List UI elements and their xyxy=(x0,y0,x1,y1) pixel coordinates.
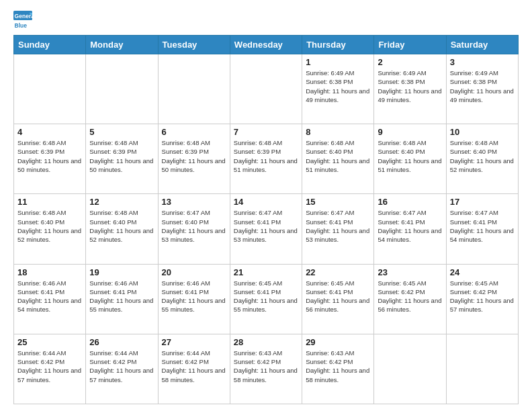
calendar-cell: 3Sunrise: 6:49 AM Sunset: 6:38 PM Daylig… xyxy=(446,54,518,124)
weekday-header-saturday: Saturday xyxy=(446,36,518,54)
day-info: Sunrise: 6:46 AM Sunset: 6:41 PM Dayligh… xyxy=(162,279,226,314)
day-number: 5 xyxy=(89,127,154,137)
day-number: 26 xyxy=(89,337,154,347)
header: General Blue xyxy=(13,11,519,30)
calendar-cell: 15Sunrise: 6:47 AM Sunset: 6:41 PM Dayli… xyxy=(302,194,374,264)
calendar-cell: 20Sunrise: 6:46 AM Sunset: 6:41 PM Dayli… xyxy=(158,264,230,334)
day-info: Sunrise: 6:49 AM Sunset: 6:38 PM Dayligh… xyxy=(450,68,515,104)
day-number: 2 xyxy=(378,57,442,67)
day-info: Sunrise: 6:46 AM Sunset: 6:41 PM Dayligh… xyxy=(17,279,82,314)
day-info: Sunrise: 6:44 AM Sunset: 6:42 PM Dayligh… xyxy=(17,349,82,384)
svg-text:Blue: Blue xyxy=(15,22,28,29)
calendar-cell xyxy=(14,54,86,124)
calendar-cell: 22Sunrise: 6:45 AM Sunset: 6:41 PM Dayli… xyxy=(302,264,374,334)
day-info: Sunrise: 6:43 AM Sunset: 6:42 PM Dayligh… xyxy=(234,349,298,384)
calendar-cell: 13Sunrise: 6:47 AM Sunset: 6:40 PM Dayli… xyxy=(158,194,230,264)
calendar-week-row: 11Sunrise: 6:48 AM Sunset: 6:40 PM Dayli… xyxy=(14,194,519,264)
day-info: Sunrise: 6:47 AM Sunset: 6:40 PM Dayligh… xyxy=(162,208,226,244)
day-number: 12 xyxy=(89,197,154,207)
day-info: Sunrise: 6:48 AM Sunset: 6:40 PM Dayligh… xyxy=(17,208,82,244)
day-info: Sunrise: 6:48 AM Sunset: 6:39 PM Dayligh… xyxy=(234,138,298,174)
calendar-cell: 26Sunrise: 6:44 AM Sunset: 6:42 PM Dayli… xyxy=(86,334,158,404)
calendar-cell: 19Sunrise: 6:46 AM Sunset: 6:41 PM Dayli… xyxy=(86,264,158,334)
day-info: Sunrise: 6:47 AM Sunset: 6:41 PM Dayligh… xyxy=(450,208,515,244)
day-info: Sunrise: 6:43 AM Sunset: 6:42 PM Dayligh… xyxy=(306,349,370,384)
calendar-cell xyxy=(374,334,446,404)
calendar-cell xyxy=(446,334,518,404)
day-number: 4 xyxy=(17,127,82,137)
calendar-cell xyxy=(158,54,230,124)
calendar-cell: 1Sunrise: 6:49 AM Sunset: 6:38 PM Daylig… xyxy=(302,54,374,124)
day-number: 7 xyxy=(234,127,298,137)
day-number: 17 xyxy=(450,197,515,207)
calendar-cell: 9Sunrise: 6:48 AM Sunset: 6:40 PM Daylig… xyxy=(374,124,446,194)
weekday-header-tuesday: Tuesday xyxy=(158,36,230,54)
day-number: 18 xyxy=(17,267,82,277)
day-info: Sunrise: 6:49 AM Sunset: 6:38 PM Dayligh… xyxy=(378,68,442,104)
day-number: 9 xyxy=(378,127,442,137)
calendar-cell: 24Sunrise: 6:45 AM Sunset: 6:42 PM Dayli… xyxy=(446,264,518,334)
weekday-header-sunday: Sunday xyxy=(14,36,86,54)
calendar-week-row: 1Sunrise: 6:49 AM Sunset: 6:38 PM Daylig… xyxy=(14,54,519,124)
day-number: 8 xyxy=(306,127,370,137)
calendar-cell: 6Sunrise: 6:48 AM Sunset: 6:39 PM Daylig… xyxy=(158,124,230,194)
day-number: 6 xyxy=(162,127,226,137)
day-number: 1 xyxy=(306,57,370,67)
day-info: Sunrise: 6:47 AM Sunset: 6:41 PM Dayligh… xyxy=(234,208,298,244)
day-info: Sunrise: 6:45 AM Sunset: 6:41 PM Dayligh… xyxy=(234,279,298,314)
calendar-table: SundayMondayTuesdayWednesdayThursdayFrid… xyxy=(13,35,519,404)
day-info: Sunrise: 6:49 AM Sunset: 6:38 PM Dayligh… xyxy=(306,68,370,104)
day-info: Sunrise: 6:44 AM Sunset: 6:42 PM Dayligh… xyxy=(162,349,226,384)
weekday-header-thursday: Thursday xyxy=(302,36,374,54)
calendar-cell: 10Sunrise: 6:48 AM Sunset: 6:40 PM Dayli… xyxy=(446,124,518,194)
calendar-cell xyxy=(230,54,302,124)
day-info: Sunrise: 6:48 AM Sunset: 6:39 PM Dayligh… xyxy=(89,138,154,174)
calendar-cell: 14Sunrise: 6:47 AM Sunset: 6:41 PM Dayli… xyxy=(230,194,302,264)
calendar-week-row: 18Sunrise: 6:46 AM Sunset: 6:41 PM Dayli… xyxy=(14,264,519,334)
day-info: Sunrise: 6:48 AM Sunset: 6:40 PM Dayligh… xyxy=(378,138,442,174)
calendar-cell: 25Sunrise: 6:44 AM Sunset: 6:42 PM Dayli… xyxy=(14,334,86,404)
day-info: Sunrise: 6:44 AM Sunset: 6:42 PM Dayligh… xyxy=(89,349,154,384)
day-number: 3 xyxy=(450,57,515,67)
day-info: Sunrise: 6:45 AM Sunset: 6:42 PM Dayligh… xyxy=(378,279,442,314)
logo-icon: General Blue xyxy=(13,11,32,30)
weekday-header-row: SundayMondayTuesdayWednesdayThursdayFrid… xyxy=(14,36,519,54)
day-info: Sunrise: 6:48 AM Sunset: 6:40 PM Dayligh… xyxy=(306,138,370,174)
day-number: 28 xyxy=(234,337,298,347)
day-number: 10 xyxy=(450,127,515,137)
weekday-header-friday: Friday xyxy=(374,36,446,54)
day-number: 21 xyxy=(234,267,298,277)
calendar-cell: 2Sunrise: 6:49 AM Sunset: 6:38 PM Daylig… xyxy=(374,54,446,124)
page: General Blue SundayMondayTuesdayWednesda… xyxy=(0,0,532,411)
day-info: Sunrise: 6:47 AM Sunset: 6:41 PM Dayligh… xyxy=(306,208,370,244)
calendar-cell: 29Sunrise: 6:43 AM Sunset: 6:42 PM Dayli… xyxy=(302,334,374,404)
day-info: Sunrise: 6:45 AM Sunset: 6:42 PM Dayligh… xyxy=(450,279,515,314)
day-info: Sunrise: 6:45 AM Sunset: 6:41 PM Dayligh… xyxy=(306,279,370,314)
calendar-cell: 4Sunrise: 6:48 AM Sunset: 6:39 PM Daylig… xyxy=(14,124,86,194)
day-number: 11 xyxy=(17,197,82,207)
day-info: Sunrise: 6:47 AM Sunset: 6:41 PM Dayligh… xyxy=(378,208,442,244)
calendar-cell: 23Sunrise: 6:45 AM Sunset: 6:42 PM Dayli… xyxy=(374,264,446,334)
day-number: 19 xyxy=(89,267,154,277)
day-number: 14 xyxy=(234,197,298,207)
calendar-cell: 12Sunrise: 6:48 AM Sunset: 6:40 PM Dayli… xyxy=(86,194,158,264)
calendar-cell: 7Sunrise: 6:48 AM Sunset: 6:39 PM Daylig… xyxy=(230,124,302,194)
calendar-cell: 17Sunrise: 6:47 AM Sunset: 6:41 PM Dayli… xyxy=(446,194,518,264)
calendar-cell: 27Sunrise: 6:44 AM Sunset: 6:42 PM Dayli… xyxy=(158,334,230,404)
calendar-week-row: 25Sunrise: 6:44 AM Sunset: 6:42 PM Dayli… xyxy=(14,334,519,404)
calendar-week-row: 4Sunrise: 6:48 AM Sunset: 6:39 PM Daylig… xyxy=(14,124,519,194)
day-number: 22 xyxy=(306,267,370,277)
day-number: 13 xyxy=(162,197,226,207)
calendar-cell: 5Sunrise: 6:48 AM Sunset: 6:39 PM Daylig… xyxy=(86,124,158,194)
day-info: Sunrise: 6:48 AM Sunset: 6:39 PM Dayligh… xyxy=(17,138,82,174)
weekday-header-monday: Monday xyxy=(86,36,158,54)
day-number: 23 xyxy=(378,267,442,277)
calendar-cell: 18Sunrise: 6:46 AM Sunset: 6:41 PM Dayli… xyxy=(14,264,86,334)
day-info: Sunrise: 6:48 AM Sunset: 6:39 PM Dayligh… xyxy=(162,138,226,174)
calendar-cell: 21Sunrise: 6:45 AM Sunset: 6:41 PM Dayli… xyxy=(230,264,302,334)
day-number: 25 xyxy=(17,337,82,347)
calendar-cell: 8Sunrise: 6:48 AM Sunset: 6:40 PM Daylig… xyxy=(302,124,374,194)
day-number: 15 xyxy=(306,197,370,207)
calendar-cell: 28Sunrise: 6:43 AM Sunset: 6:42 PM Dayli… xyxy=(230,334,302,404)
day-number: 16 xyxy=(378,197,442,207)
